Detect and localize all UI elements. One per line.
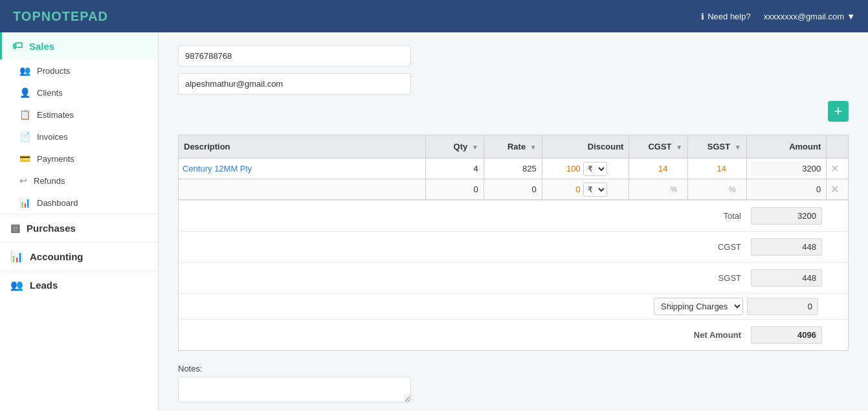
notes-input[interactable] [178, 377, 411, 403]
row1-delete-button[interactable]: ✕ [830, 163, 839, 174]
row2-delete-button[interactable]: ✕ [830, 184, 839, 195]
row1-discount-cell: ₹ % [542, 159, 629, 179]
sidebar-item-products[interactable]: 👥 Products [0, 60, 158, 82]
row2-amount-cell [746, 179, 827, 200]
cgst-total-value: 448 [751, 238, 822, 256]
row2-cgst-pct: % [670, 185, 677, 194]
totals-section: Total 3200 CGST 448 SGST 448 Shipping Ch… [178, 200, 849, 351]
row1-qty-input[interactable] [430, 161, 480, 176]
cgst-total-row: CGST 448 [179, 231, 848, 262]
row2-amount-input[interactable] [751, 182, 823, 197]
refunds-icon: ↩ [19, 175, 27, 186]
row2-cgst-cell: % [629, 179, 688, 200]
sidebar-item-label-invoices: Invoices [37, 132, 68, 142]
cgst-sort-icon: ▼ [676, 144, 682, 151]
row1-discount-type[interactable]: ₹ % [583, 162, 607, 176]
layout: 🏷 Sales 👥 Products 👤 Clients 📋 Estimates… [0, 32, 868, 411]
qty-sort-icon: ▼ [472, 144, 478, 151]
total-row: Total 3200 [179, 200, 848, 231]
row2-discount-input[interactable] [546, 182, 582, 197]
col-header-rate[interactable]: Rate ▼ [484, 135, 542, 159]
help-link[interactable]: ℹ Need help? [701, 12, 751, 21]
table-row: ₹ % % % [179, 179, 849, 200]
row2-rate-input[interactable] [488, 182, 538, 197]
total-value: 3200 [751, 207, 822, 225]
row1-delete-cell: ✕ [827, 159, 849, 179]
row2-qty-input[interactable] [430, 182, 480, 197]
payments-icon: 💳 [19, 153, 30, 164]
products-icon: 👥 [19, 65, 30, 76]
net-amount-label: Net Amount [660, 330, 751, 340]
sidebar-item-payments[interactable]: 💳 Payments [0, 148, 158, 170]
col-header-sgst[interactable]: SGST ▼ [688, 135, 747, 159]
row2-sgst-pct: % [729, 185, 736, 194]
sidebar-item-label-refunds: Refunds [34, 176, 65, 186]
sidebar-item-label-products: Products [37, 66, 70, 76]
sidebar-item-label-dashboard: Dashboard [37, 198, 78, 208]
row2-sgst-cell: % [688, 179, 747, 200]
sidebar-item-label-estimates: Estimates [37, 110, 74, 120]
shipping-row: Shipping Charges Other Charges 0 [179, 293, 848, 319]
accounting-label: Accounting [30, 251, 83, 262]
nav-right: ℹ Need help? xxxxxxxx@gmail.com ▼ [701, 12, 855, 21]
clients-icon: 👤 [19, 87, 30, 98]
shipping-select[interactable]: Shipping Charges Other Charges [654, 298, 743, 315]
sgst-total-label: SGST [660, 273, 751, 283]
sales-icon: 🏷 [12, 40, 23, 52]
col-header-cgst[interactable]: CGST ▼ [629, 135, 688, 159]
row2-delete-cell: ✕ [827, 179, 849, 200]
row2-sgst-input[interactable] [692, 182, 728, 197]
notes-section: Notes: [178, 364, 849, 405]
rate-sort-icon: ▼ [530, 144, 537, 151]
add-row-button[interactable]: + [828, 101, 849, 122]
sidebar: 🏷 Sales 👥 Products 👤 Clients 📋 Estimates… [0, 32, 159, 411]
sidebar-section-leads[interactable]: 👥 Leads [0, 271, 158, 299]
row1-discount-input[interactable] [546, 161, 582, 176]
notes-label: Notes: [178, 364, 849, 373]
row2-description-cell [179, 179, 426, 200]
row1-amount-input[interactable] [751, 161, 823, 176]
col-header-qty[interactable]: Qty ▼ [425, 135, 484, 159]
email-field[interactable] [178, 73, 411, 94]
phone-field[interactable] [178, 45, 411, 67]
user-dropdown-arrow: ▼ [847, 12, 855, 21]
shipping-value: 0 [747, 298, 818, 315]
table-row: Century 12MM Ply ₹ % [179, 159, 849, 179]
sidebar-section-purchases[interactable]: ▤ Purchases [0, 214, 158, 242]
main-content: + Description Qty ▼ Rate ▼ Discount [159, 32, 868, 411]
sidebar-item-clients[interactable]: 👤 Clients [0, 82, 158, 104]
row1-product-link[interactable]: Century 12MM Ply [183, 164, 252, 173]
leads-label: Leads [30, 280, 58, 291]
col-header-delete [827, 135, 849, 159]
sidebar-section-accounting[interactable]: 📊 Accounting [0, 242, 158, 271]
row1-description-cell: Century 12MM Ply [179, 159, 426, 179]
help-icon: ℹ [701, 12, 704, 21]
row2-discount-type[interactable]: ₹ % [583, 183, 607, 197]
row1-cgst-input[interactable] [633, 161, 669, 176]
row1-rate-input[interactable] [488, 161, 538, 176]
row2-cgst-input[interactable] [633, 182, 669, 197]
sidebar-item-label-clients: Clients [37, 88, 63, 98]
sidebar-section-sales[interactable]: 🏷 Sales [0, 32, 158, 60]
sidebar-item-invoices[interactable]: 📄 Invoices [0, 126, 158, 148]
user-email: xxxxxxxx@gmail.com [764, 12, 844, 21]
user-menu[interactable]: xxxxxxxx@gmail.com ▼ [764, 12, 855, 21]
row1-sgst-input[interactable] [692, 161, 728, 176]
row2-description-input[interactable] [183, 182, 421, 197]
sidebar-item-dashboard[interactable]: 📊 Dashboard [0, 192, 158, 214]
net-amount-row: Net Amount 4096 [179, 319, 848, 350]
add-button-wrapper: + [178, 101, 849, 128]
col-header-discount: Discount [542, 135, 629, 159]
row1-qty-cell [425, 159, 484, 179]
phone-field-row [178, 45, 849, 73]
app-title-top: Top [13, 9, 41, 23]
row2-qty-cell [425, 179, 484, 200]
sidebar-item-estimates[interactable]: 📋 Estimates [0, 104, 158, 126]
row1-cgst-cell [629, 159, 688, 179]
accounting-icon: 📊 [10, 250, 23, 263]
sales-label: Sales [29, 41, 54, 52]
sidebar-item-refunds[interactable]: ↩ Refunds [0, 170, 158, 192]
app-title: TopNotepad [13, 9, 108, 24]
estimates-icon: 📋 [19, 109, 30, 120]
sgst-total-row: SGST 448 [179, 262, 848, 293]
